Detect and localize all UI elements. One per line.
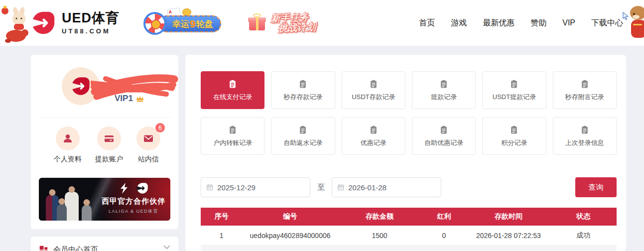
player-silhouette (57, 204, 67, 221)
banner-subtitle: LALIGA & UED体育 (102, 208, 165, 215)
shortcut-personal-info[interactable]: 个人资料 (54, 126, 82, 164)
col-bonus: 红利 (421, 212, 467, 221)
tab-label: 秒存存款记录 (283, 93, 322, 102)
roulette-wheel-icon (143, 12, 166, 35)
tab-label: 在线支付记录 (213, 93, 252, 102)
gift-box-icon (248, 14, 268, 31)
ued-logo-small-icon (136, 182, 148, 194)
person-icon (56, 126, 80, 150)
tab-label: USDT提款记录 (493, 93, 536, 102)
col-amount: 存款金额 (338, 212, 421, 221)
cell-serial: 1 (201, 232, 243, 240)
shortcut-label: 提款账户 (95, 155, 123, 164)
tab-label: USDT存款记录 (352, 93, 395, 102)
date-from-input[interactable] (217, 183, 305, 192)
task-line-2: 挑战计划 (271, 22, 316, 33)
shortcut-site-mail[interactable]: 6 站内信 (136, 126, 160, 164)
search-button[interactable]: 查询 (575, 177, 617, 197)
cell-amount: 1500 (338, 232, 421, 240)
promo-newbie-task-banner[interactable]: 新手任务 挑战计划 (248, 13, 316, 33)
shortcut-label: 个人资料 (54, 155, 82, 164)
tab-self-promo-records[interactable]: 自助优惠记录 (412, 117, 476, 155)
col-number: 编号 (243, 212, 338, 221)
tab-instant-deposit-records[interactable]: 秒存存款记录 (271, 71, 335, 109)
tab-label: 自助返水记录 (283, 138, 322, 147)
cell-status: 成功 (550, 231, 617, 240)
nav-item-vip[interactable]: VIP (562, 18, 575, 27)
date-to-separator: 至 (317, 183, 325, 192)
col-status: 状态 (550, 212, 617, 221)
col-time: 存款时间 (467, 212, 550, 221)
logo-text: UED体育 UT88.COM (62, 11, 120, 35)
crown-icon (135, 95, 144, 103)
laliga-logo-icon (119, 182, 129, 194)
table-next-row-partial (201, 246, 617, 251)
member-home-link[interactable]: 会员中心首页 (31, 237, 178, 251)
tab-online-payment-records[interactable]: 在线支付记录 (201, 71, 264, 109)
nav-item-games[interactable]: 游戏 (451, 18, 467, 28)
tab-promo-records[interactable]: 优惠记录 (342, 117, 405, 155)
calendar-icon (337, 183, 344, 191)
member-home-label: 会员中心首页 (53, 245, 158, 251)
tab-internal-transfer-records[interactable]: 户内转账记录 (201, 117, 264, 155)
ued-logo-icon (31, 10, 56, 35)
cell-bonus: 0 (421, 232, 467, 240)
date-to-field[interactable] (332, 177, 441, 197)
tab-usdt-withdrawal-records[interactable]: USDT提款记录 (482, 71, 546, 109)
sidebar: VIP1 个人资料 (31, 55, 178, 251)
tab-label: 积分记录 (501, 138, 527, 147)
tab-label: 优惠记录 (361, 138, 386, 147)
date-from-field[interactable] (201, 177, 310, 197)
profile-shortcuts: 个人资料 提款账户 6 站内信 (31, 118, 178, 171)
wheel-text-3: 轮盘 (196, 18, 213, 30)
profile-section: VIP1 (31, 55, 178, 117)
tab-usdt-deposit-records[interactable]: USDT存款记录 (342, 71, 405, 109)
record-tabs: 在线支付记录 秒存存款记录 USDT存款记录 提款记录 USDT提款记录 秒存附… (201, 71, 617, 155)
nav-item-promotions[interactable]: 最新优惠 (483, 18, 515, 28)
main-nav: 首页 游戏 最新优惠 赞助 VIP 下载中心 (419, 18, 644, 28)
tab-label: 上次登录信息 (565, 138, 604, 147)
laliga-partner-banner[interactable]: 西甲官方合作伙伴 LALIGA & UED体育 (39, 178, 170, 221)
profile-card: VIP1 个人资料 (31, 55, 178, 229)
vip-level: VIP1 (115, 94, 144, 104)
col-serial: 序号 (201, 212, 243, 221)
top-header: UED体育 UT88.COM 幸运 9 轮盘 新手任务 挑战计划 首页 游戏 最… (0, 0, 644, 46)
nav-item-home[interactable]: 首页 (419, 18, 435, 28)
site-logo[interactable]: UED体育 UT88.COM (31, 10, 120, 35)
tab-last-login-info[interactable]: 上次登录信息 (553, 117, 617, 155)
newbie-task-text: 新手任务 挑战计划 (270, 12, 316, 34)
calendar-icon (206, 183, 213, 191)
nav-item-sponsorship[interactable]: 赞助 (530, 18, 546, 28)
shortcut-label: 站内信 (138, 155, 159, 164)
player-silhouette (82, 205, 92, 221)
shortcut-withdrawal-account[interactable]: 提款账户 (95, 126, 123, 164)
cell-time: 2026-01-28 07:22:53 (467, 232, 550, 240)
tab-instant-memo-records[interactable]: 秒存附言记录 (553, 71, 617, 109)
bank-card-icon (97, 126, 121, 150)
chevron-down-icon (163, 245, 170, 250)
new-year-rabbit-mascot (1, 4, 30, 44)
table-row: 1 uedokpay4602894000006 1500 0 2026-01-2… (201, 226, 617, 246)
page-content: VIP1 个人资料 (0, 46, 644, 251)
wheel-text-2: 9 (190, 18, 196, 30)
date-to-input[interactable] (348, 183, 436, 192)
wheel-text-1: 幸运 (172, 18, 189, 30)
vip-label: VIP1 (115, 94, 133, 104)
tab-points-records[interactable]: 积分记录 (482, 117, 546, 155)
promo-lucky-wheel-banner[interactable]: 幸运 9 轮盘 (143, 7, 228, 38)
date-filter-row: 至 查询 (201, 177, 617, 197)
tab-label: 户内转账记录 (213, 138, 252, 147)
player-silhouette (65, 192, 79, 221)
tab-withdrawal-records[interactable]: 提款记录 (412, 71, 476, 109)
grid-icon (39, 245, 48, 251)
tab-self-rebate-records[interactable]: 自助返水记录 (271, 117, 335, 155)
new-year-horse-mascot (627, 5, 644, 43)
nav-item-download[interactable]: 下载中心 (591, 18, 623, 28)
tab-label: 提款记录 (431, 93, 457, 102)
lucky-wheel-label: 幸运 9 轮盘 (158, 15, 221, 32)
banner-text-block: 西甲官方合作伙伴 LALIGA & UED体育 (102, 182, 165, 215)
banner-logos (102, 182, 165, 195)
unread-mail-badge: 6 (155, 123, 165, 132)
tab-label: 自助优惠记录 (424, 138, 463, 147)
records-panel: 在线支付记录 秒存存款记录 USDT存款记录 提款记录 USDT提款记录 秒存附… (185, 55, 626, 251)
